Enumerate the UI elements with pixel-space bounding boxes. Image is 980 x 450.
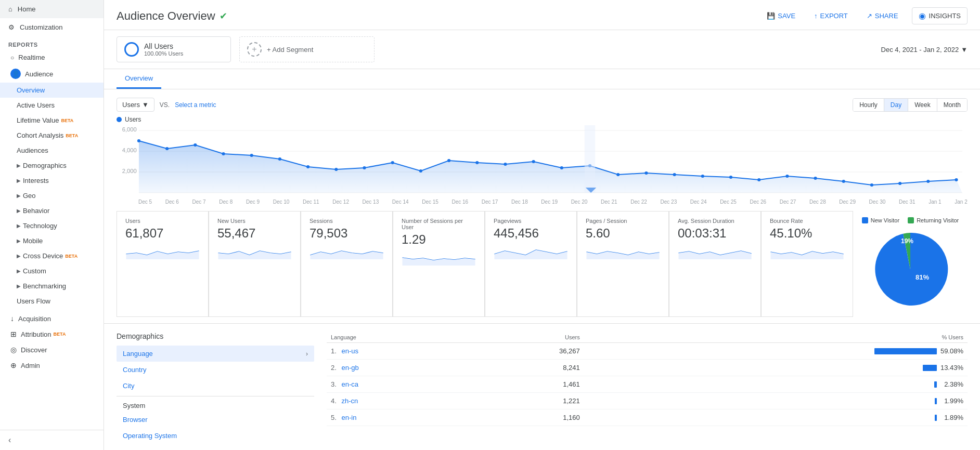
sidebar-item-interests[interactable]: ▶ Interests	[0, 173, 104, 188]
home-icon: ⌂	[8, 5, 12, 13]
add-segment-icon: +	[247, 42, 262, 57]
discover-icon: ◎	[10, 346, 17, 354]
sidebar-item-benchmarking[interactable]: ▶ Benchmarking	[0, 279, 104, 294]
svg-point-28	[701, 175, 704, 178]
sidebar-item-mobile[interactable]: ▶ Mobile	[0, 233, 104, 248]
sidebar-item-users-flow[interactable]: Users Flow	[0, 294, 104, 309]
cohort-beta-badge: BETA	[66, 133, 78, 138]
demographics-title: Demographics	[117, 332, 314, 340]
select-metric-link[interactable]: Select a metric	[175, 101, 216, 109]
lang-link[interactable]: zh-cn	[341, 397, 358, 405]
pie-chart-container: New Visitor Returning Visitor 81% 19%	[853, 211, 968, 317]
lang-cell: 5. en-in	[327, 409, 470, 426]
demo-item-city[interactable]: City	[117, 378, 314, 394]
stat-users-value: 61,807	[125, 226, 200, 241]
sidebar-audience-label: Audience	[25, 70, 53, 78]
benchmarking-expand-icon: ▶	[17, 283, 21, 289]
date-range-picker[interactable]: Dec 4, 2021 - Jan 2, 2022 ▼	[881, 46, 968, 54]
add-segment-chip[interactable]: + + Add Segment	[239, 36, 375, 62]
sidebar-item-discover[interactable]: ◎ Discover	[0, 342, 104, 358]
sidebar-item-cross-device[interactable]: ▶ Cross Device BETA	[0, 248, 104, 263]
stat-pageviews-value: 445,456	[494, 226, 568, 241]
sidebar-mobile-label: Mobile	[23, 237, 43, 245]
metric-dropdown-arrow: ▼	[142, 101, 149, 109]
time-btn-week[interactable]: Week	[908, 99, 937, 111]
sidebar-item-audiences[interactable]: Audiences	[0, 143, 104, 158]
svg-point-9	[165, 147, 169, 150]
stat-users-sparkline	[125, 244, 200, 259]
demo-language-label: Language	[123, 350, 153, 358]
lang-link[interactable]: en-us	[341, 347, 358, 355]
lang-col-header: Language	[327, 332, 470, 343]
sidebar-item-customization[interactable]: ⚙ Customization	[0, 18, 104, 36]
save-button[interactable]: 💾 SAVE	[762, 9, 801, 23]
new-visitor-color	[862, 217, 868, 223]
lang-link[interactable]: en-ca	[341, 380, 358, 388]
mobile-expand-icon: ▶	[17, 238, 21, 244]
sidebar-item-admin[interactable]: ⊕ Admin	[0, 358, 104, 373]
svg-point-25	[616, 173, 620, 176]
svg-marker-7	[139, 141, 962, 193]
lang-link[interactable]: en-in	[341, 414, 356, 421]
lang-link[interactable]: en-gb	[341, 364, 358, 372]
stats-grid: Users 61,807 New Users 55,467 Sessions 7…	[104, 205, 980, 324]
sidebar-item-behavior[interactable]: ▶ Behavior	[0, 203, 104, 218]
sidebar-item-home[interactable]: ⌂ Home	[0, 0, 104, 18]
sidebar-customization-label: Customization	[20, 23, 62, 31]
users-cell: 1,461	[470, 376, 584, 393]
sidebar-item-lifetime-value[interactable]: Lifetime Value BETA	[0, 113, 104, 128]
stat-sessions: Sessions 79,503	[301, 211, 393, 317]
users-cell: 1,160	[470, 409, 584, 426]
sidebar-item-geo[interactable]: ▶ Geo	[0, 188, 104, 203]
realtime-icon: ○	[10, 54, 14, 61]
sidebar-item-audience[interactable]: 👤 Audience	[0, 65, 104, 83]
progress-bar	[935, 398, 937, 404]
sidebar-item-overview[interactable]: Overview	[0, 83, 104, 98]
sidebar-item-custom[interactable]: ▶ Custom	[0, 263, 104, 279]
chart-controls: Users ▼ VS. Select a metric Hourly Day W…	[117, 98, 968, 112]
stat-pageviews-sparkline	[494, 244, 568, 259]
all-users-segment[interactable]: All Users 100.00% Users	[117, 36, 231, 62]
insights-button[interactable]: ◉ INSIGHTS	[912, 7, 968, 24]
tab-overview[interactable]: Overview	[117, 69, 161, 89]
page-title-text: Audience Overview	[117, 9, 215, 23]
sidebar-item-cohort[interactable]: Cohort Analysis BETA	[0, 128, 104, 143]
time-btn-hourly[interactable]: Hourly	[853, 99, 884, 111]
svg-point-16	[363, 166, 366, 169]
share-icon: ↗	[867, 12, 872, 20]
sidebar-item-realtime[interactable]: ○ Realtime	[0, 50, 104, 65]
interests-expand-icon: ▶	[17, 178, 21, 183]
demo-item-browser[interactable]: Browser	[117, 412, 314, 428]
sidebar-collapse-button[interactable]: ‹	[0, 430, 104, 450]
sidebar-item-acquisition[interactable]: ↓ Acquisition	[0, 311, 104, 326]
demo-item-country[interactable]: Country	[117, 362, 314, 378]
time-btn-day[interactable]: Day	[884, 99, 908, 111]
stat-sessions-label: Sessions	[310, 218, 384, 224]
stat-pageviews: Pageviews 445,456	[485, 211, 577, 317]
demo-item-language[interactable]: Language ›	[117, 346, 314, 362]
bar-container: 13.43%	[588, 364, 963, 372]
svg-point-37	[955, 178, 958, 181]
svg-point-21	[504, 163, 507, 166]
sidebar-item-active-users[interactable]: Active Users	[0, 98, 104, 113]
export-icon: ↑	[814, 12, 818, 20]
sidebar-item-attribution[interactable]: ⊞ Attribution BETA	[0, 326, 104, 342]
export-button[interactable]: ↑ EXPORT	[809, 9, 853, 23]
sidebar-item-technology[interactable]: ▶ Technology	[0, 218, 104, 233]
metric-dropdown[interactable]: Users ▼	[117, 98, 154, 112]
share-button[interactable]: ↗ SHARE	[861, 9, 904, 23]
time-btn-month[interactable]: Month	[937, 99, 967, 111]
system-title: System	[123, 402, 314, 409]
demo-language-arrow: ›	[306, 350, 308, 358]
demo-item-os[interactable]: Operating System	[117, 428, 314, 444]
sidebar-item-demographics[interactable]: ▶ Demographics	[0, 158, 104, 173]
svg-point-22	[532, 160, 535, 163]
row-number: 2.	[331, 364, 337, 372]
svg-point-33	[842, 180, 845, 183]
chart-svg: 6,000 4,000 2,000	[117, 125, 968, 198]
users-cell: 36,267	[470, 343, 584, 360]
sidebar-users-flow-label: Users Flow	[17, 297, 50, 305]
share-label: SHARE	[875, 12, 898, 20]
technology-expand-icon: ▶	[17, 223, 21, 229]
pie-legend-new: New Visitor	[862, 217, 899, 223]
